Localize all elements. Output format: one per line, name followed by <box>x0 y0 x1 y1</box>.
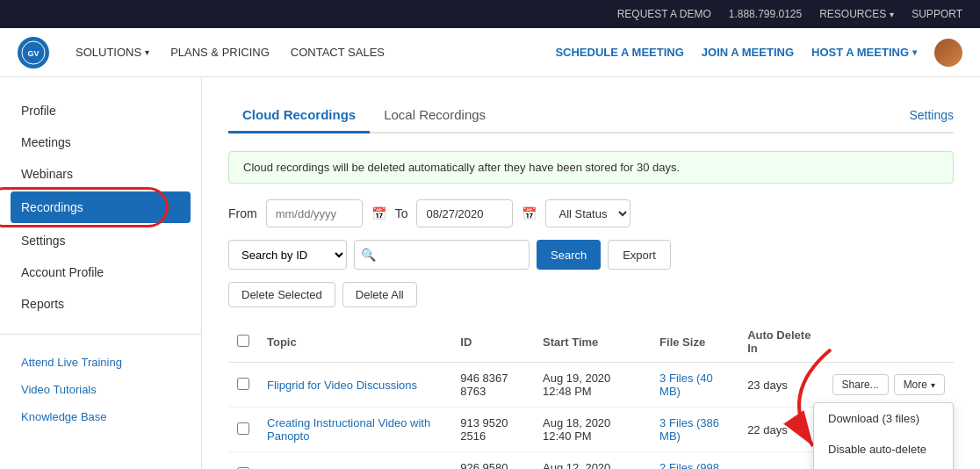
dropdown-download[interactable]: Download (3 files) <box>814 403 953 434</box>
row2-checkbox[interactable] <box>237 422 249 435</box>
row1-more-button[interactable]: More ▾ <box>894 374 945 395</box>
join-meeting-link[interactable]: JOIN A MEETING <box>702 46 794 59</box>
main-nav: GV SOLUTIONS ▾ PLANS & PRICING CONTACT S… <box>0 28 980 77</box>
dropdown-delete[interactable]: Delete <box>814 465 953 469</box>
col-topic: Topic <box>258 321 451 363</box>
row2-file-size: 3 Files (386 MB) <box>651 408 739 452</box>
sidebar-link-video-tutorials[interactable]: Video Tutorials <box>0 376 201 403</box>
search-type-select[interactable]: Search by ID Search by Topic <box>228 240 347 270</box>
search-icon: 🔍 <box>361 248 376 262</box>
main-content: Cloud Recordings Local Recordings Settin… <box>202 77 980 469</box>
sidebar-item-webinars[interactable]: Webinars <box>0 158 201 190</box>
row1-share-button[interactable]: Share... <box>832 374 889 395</box>
from-calendar-icon[interactable]: 📅 <box>371 206 386 220</box>
user-avatar[interactable] <box>934 39 962 67</box>
contact-sales-nav[interactable]: CONTACT SALES <box>291 46 385 59</box>
search-button[interactable]: Search <box>537 240 601 270</box>
search-input[interactable] <box>354 240 530 270</box>
main-layout: Profile Meetings Webinars Recordings Set… <box>0 77 980 469</box>
info-banner: Cloud recordings will be deleted automat… <box>228 151 954 184</box>
col-id: ID <box>451 321 534 363</box>
filters-row: From 📅 To 📅 All Status <box>228 199 954 227</box>
row1-auto-delete: 23 days <box>739 363 823 408</box>
to-calendar-icon[interactable]: 📅 <box>522 206 537 220</box>
row2-auto-delete: 22 days <box>739 408 823 452</box>
solutions-nav[interactable]: SOLUTIONS ▾ <box>76 46 149 59</box>
row2-topic: Creating Instructional Video with Panopt… <box>258 408 451 452</box>
row3-id: 926 9580 2921 <box>451 452 534 470</box>
row2-id: 913 9520 2516 <box>451 408 534 452</box>
host-meeting-link[interactable]: HOST A MEETING ▾ <box>811 46 917 59</box>
table-header: Topic ID Start Time File Size Auto Delet… <box>228 321 954 363</box>
sidebar: Profile Meetings Webinars Recordings Set… <box>0 77 202 469</box>
select-all-checkbox[interactable] <box>237 335 249 347</box>
row1-actions: Share... More ▾ <box>824 363 954 408</box>
to-date-input[interactable] <box>416 199 513 227</box>
request-demo-link[interactable]: REQUEST A DEMO <box>617 8 711 20</box>
tab-cloud-recordings[interactable]: Cloud Recordings <box>228 98 370 133</box>
row3-file-size: 2 Files (998 KB) <box>651 452 739 470</box>
support-link[interactable]: SUPPORT <box>912 8 962 20</box>
col-auto-delete: Auto Delete In <box>739 321 823 363</box>
host-chevron-icon: ▾ <box>912 47 917 57</box>
export-button[interactable]: Export <box>608 240 671 270</box>
solutions-chevron-icon: ▾ <box>145 47 149 57</box>
more-chevron-icon: ▾ <box>931 380 935 390</box>
logo[interactable]: GV <box>18 37 49 69</box>
phone-number: 1.888.799.0125 <box>729 8 802 20</box>
row1-topic: Flipgrid for Video Discussions <box>258 363 451 408</box>
sidebar-divider <box>0 334 201 335</box>
search-input-wrap: 🔍 <box>354 240 530 270</box>
action-row: Delete Selected Delete All <box>228 282 954 307</box>
col-checkbox <box>228 321 258 363</box>
row2-topic-link[interactable]: Creating Instructional Video with Panopt… <box>267 416 430 443</box>
col-start-time: Start Time <box>534 321 651 363</box>
recordings-tabs: Cloud Recordings Local Recordings Settin… <box>228 98 954 133</box>
more-dropdown-menu: Download (3 files) Disable auto-delete D… <box>813 402 954 469</box>
nav-items: SOLUTIONS ▾ PLANS & PRICING CONTACT SALE… <box>76 46 529 59</box>
row1-checkbox[interactable] <box>237 378 249 390</box>
table-row: Flipgrid for Video Discussions 946 8367 … <box>228 363 954 408</box>
to-label: To <box>395 206 408 220</box>
logo-icon: GV <box>18 37 49 69</box>
sidebar-item-meetings[interactable]: Meetings <box>0 126 201 158</box>
sidebar-item-reports[interactable]: Reports <box>0 288 201 320</box>
status-filter-select[interactable]: All Status <box>545 199 631 227</box>
row1-topic-link[interactable]: Flipgrid for Video Discussions <box>267 379 417 392</box>
row3-start-time: Aug 12, 2020 03:15 PM <box>534 452 651 470</box>
top-bar: REQUEST A DEMO 1.888.799.0125 RESOURCES … <box>0 0 980 28</box>
sidebar-link-attend-live[interactable]: Attend Live Training <box>0 349 201 376</box>
row1-file-size: 3 Files (40 MB) <box>651 363 739 408</box>
col-actions <box>824 321 954 363</box>
row1-action-buttons: Share... More ▾ <box>832 374 945 395</box>
sidebar-item-profile[interactable]: Profile <box>0 95 201 126</box>
schedule-meeting-link[interactable]: SCHEDULE A MEETING <box>555 46 683 59</box>
nav-right: SCHEDULE A MEETING JOIN A MEETING HOST A… <box>555 39 962 67</box>
recordings-nav-wrapper: Profile Meetings Webinars Recordings Set… <box>0 95 201 320</box>
sidebar-item-settings[interactable]: Settings <box>0 225 201 256</box>
search-row: Search by ID Search by Topic 🔍 Search Ex… <box>228 240 954 270</box>
delete-all-button[interactable]: Delete All <box>342 282 417 307</box>
info-banner-text: Cloud recordings will be deleted automat… <box>243 161 680 174</box>
sidebar-item-recordings[interactable]: Recordings <box>11 191 191 223</box>
dropdown-disable-auto-delete[interactable]: Disable auto-delete <box>814 434 953 465</box>
row1-start-time: Aug 19, 2020 12:48 PM <box>534 363 651 408</box>
sidebar-link-knowledge-base[interactable]: Knowledge Base <box>0 403 201 430</box>
row2-start-time: Aug 18, 2020 12:40 PM <box>534 408 651 452</box>
row3-topic: Justin Melick's Zoom Meeting <box>258 452 451 470</box>
resources-menu[interactable]: RESOURCES ▾ <box>819 8 894 20</box>
delete-selected-button[interactable]: Delete Selected <box>228 282 335 307</box>
from-date-input[interactable] <box>266 199 363 227</box>
row3-auto-delete: 16 days <box>739 452 823 470</box>
resources-chevron-icon: ▾ <box>890 10 894 19</box>
svg-text:GV: GV <box>27 49 39 58</box>
row1-id: 946 8367 8763 <box>451 363 534 408</box>
from-label: From <box>228 206 257 220</box>
avatar-image <box>934 39 962 67</box>
plans-pricing-nav[interactable]: PLANS & PRICING <box>170 46 270 59</box>
settings-link[interactable]: Settings <box>909 108 954 122</box>
col-file-size: File Size <box>651 321 739 363</box>
tab-local-recordings[interactable]: Local Recordings <box>370 98 500 133</box>
sidebar-item-account-profile[interactable]: Account Profile <box>0 256 201 288</box>
